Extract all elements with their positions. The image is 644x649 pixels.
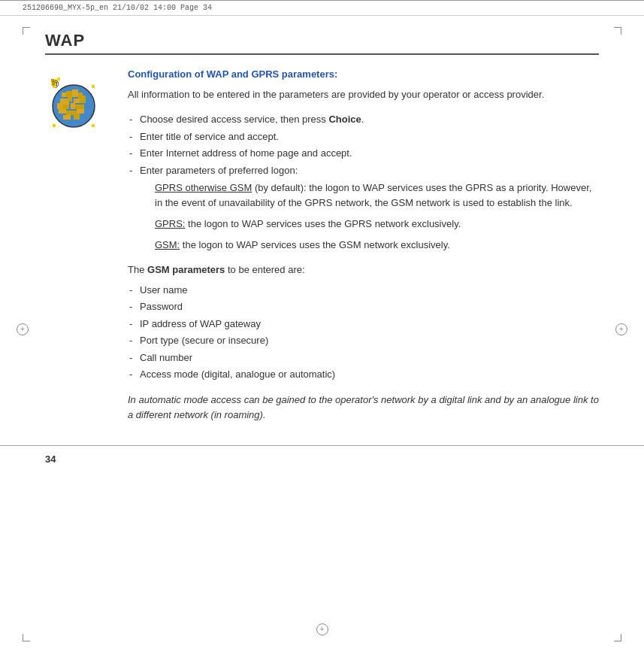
list-item: Call number: [128, 350, 599, 365]
title-section: WAP: [45, 31, 599, 55]
reg-mark-bottom: [316, 623, 328, 635]
intro-text: All information to be entered in the par…: [128, 87, 599, 102]
section-title: Configuration of WAP and GPRS parameters…: [128, 68, 599, 80]
list-item: IP address of WAP gateway: [128, 317, 599, 332]
bullet-list: Choose desired access service, then pres…: [128, 112, 599, 253]
list-item: User name: [128, 283, 599, 298]
gprs-otherwise-gsm-term: GPRS otherwise GSM: [155, 182, 252, 193]
list-item: Enter Internet address of home page and …: [128, 146, 599, 161]
text-area: Configuration of WAP and GPRS parameters…: [128, 68, 599, 423]
svg-rect-11: [68, 97, 72, 102]
list-item: Choose desired access service, then pres…: [128, 112, 599, 127]
sub-section: GPRS otherwise GSM (by default): the log…: [140, 180, 599, 253]
svg-rect-19: [77, 109, 84, 114]
page-number: 34: [45, 453, 56, 465]
gsm-params-bold: GSM parameters: [147, 264, 225, 275]
gsm-bullet-list: User name Password IP address of WAP gat…: [128, 283, 599, 382]
page-title: WAP: [45, 31, 599, 50]
svg-rect-16: [71, 103, 75, 109]
list-item: Access mode (digital, analogue or automa…: [128, 367, 599, 382]
gsm-text: GSM: the logon to WAP services uses the …: [155, 238, 599, 253]
svg-rect-8: [72, 89, 78, 97]
doc-info: 251206690_MYX-5p_en 21/10/02 14:00 Page …: [23, 4, 212, 12]
svg-rect-17: [75, 105, 84, 109]
gprs-text: GPRS: the logon to WAP services uses the…: [155, 217, 599, 232]
gsm-params-intro: The GSM parameters to be entered are:: [128, 264, 599, 275]
svg-rect-25: [53, 85, 54, 86]
list-item: Enter parameters of preferred logon: GPR…: [128, 163, 599, 253]
icon-area: @: [45, 76, 113, 131]
svg-rect-21: [63, 115, 71, 120]
svg-rect-22: [74, 114, 80, 120]
list-item: Port type (secure or insecure): [128, 333, 599, 348]
corner-mark-br: [614, 634, 621, 641]
list-item: Password: [128, 299, 599, 314]
italic-note: In automatic mode access can be gained t…: [128, 393, 599, 423]
doc-header: 251206690_MYX-5p_en 21/10/02 14:00 Page …: [0, 0, 644, 16]
svg-rect-13: [80, 96, 86, 103]
page-footer: 34: [0, 445, 644, 472]
title-underline: [45, 53, 599, 55]
gprs-term: GPRS:: [155, 218, 185, 229]
globe-icon: @: [45, 76, 98, 129]
svg-rect-18: [59, 109, 66, 114]
svg-rect-27: [92, 124, 95, 127]
corner-mark-bl: [23, 634, 30, 641]
svg-rect-28: [92, 85, 95, 88]
main-content: WAP @: [0, 16, 644, 445]
page-container: 251206690_MYX-5p_en 21/10/02 14:00 Page …: [0, 0, 644, 649]
svg-rect-26: [53, 124, 56, 127]
gprs-otherwise-gsm-text: GPRS otherwise GSM (by default): the log…: [155, 180, 599, 211]
list-item: Enter title of service and accept.: [128, 129, 599, 144]
content-layout: @: [45, 68, 599, 423]
gsm-term: GSM:: [155, 239, 180, 250]
svg-rect-15: [63, 105, 69, 109]
